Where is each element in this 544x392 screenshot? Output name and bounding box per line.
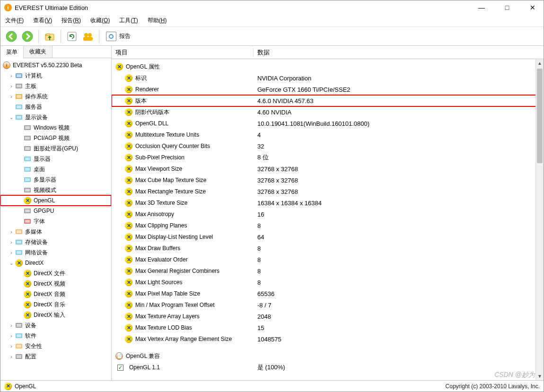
scroll-thumb[interactable] — [537, 69, 543, 163]
property-row[interactable]: ✕Max General Register Combiners8 — [112, 265, 544, 277]
tab-favorites[interactable]: 收藏夹 — [24, 46, 53, 58]
property-row[interactable]: ✕Max 3D Texture Size16384 x 16384 x 1638… — [112, 197, 544, 209]
expander-icon[interactable]: › — [8, 73, 15, 78]
property-row[interactable]: ✕Max Display-List Nesting Level64 — [112, 231, 544, 243]
tree-node[interactable]: ›存储设备 — [0, 237, 111, 247]
property-row[interactable]: ✕OpenGL DLL10.0.19041.1081(WinBuild.1601… — [112, 118, 544, 129]
tab-menu[interactable]: 菜单 — [0, 46, 24, 58]
property-value: GeForce GTX 1660 Ti/PCIe/SSE2 — [254, 86, 544, 93]
tree-node[interactable]: ⌄显示设备 — [0, 112, 111, 122]
scroll-up-arrow[interactable]: ▲ — [536, 59, 544, 67]
tree-node[interactable]: ›操作系统 — [0, 91, 111, 102]
refresh-button[interactable] — [65, 29, 79, 44]
menu-item[interactable]: 报告(R) — [60, 16, 83, 26]
tree-node[interactable]: ›配置 — [0, 351, 111, 362]
property-row[interactable]: ✕Max Viewport Size32768 x 32768 — [112, 163, 544, 174]
tree-node[interactable]: 桌面 — [0, 164, 111, 174]
property-row[interactable]: ✕Max Cube Map Texture Size32768 x 32768 — [112, 174, 544, 186]
tree-label: DirectX — [25, 260, 44, 266]
expander-icon[interactable]: › — [8, 323, 15, 328]
vertical-scrollbar[interactable]: ▲ ▼ — [535, 59, 544, 380]
property-row[interactable]: ✕Min / Max Program Texel Offset-8 / 7 — [112, 299, 544, 311]
tree-node[interactable]: ✕DirectX 输入 — [0, 310, 111, 320]
tree-node[interactable]: ›多媒体 — [0, 226, 111, 237]
tree-node[interactable]: 显示器 — [0, 154, 111, 164]
back-button[interactable] — [4, 29, 18, 44]
tree-node[interactable]: 多显示器 — [0, 174, 111, 185]
tree-node[interactable]: 图形处理器(GPU) — [0, 143, 111, 154]
close-button[interactable]: ✕ — [526, 0, 540, 15]
compat-row[interactable]: ✓OpenGL 1.1是 (100%) — [112, 362, 544, 373]
tree-node[interactable]: ›网络设备 — [0, 247, 111, 258]
header-col-item[interactable]: 项目 — [112, 48, 254, 57]
section-label: OpenGL 属性 — [126, 63, 160, 71]
property-row[interactable]: ✕Max Evaluator Order8 — [112, 254, 544, 265]
property-row[interactable]: ✕Max Rectangle Texture Size32768 x 32768 — [112, 186, 544, 197]
expander-icon[interactable]: › — [8, 333, 15, 339]
expander-icon[interactable]: › — [8, 229, 15, 235]
report-button[interactable]: 报告 — [103, 29, 133, 44]
maximize-button[interactable]: □ — [500, 0, 514, 15]
tree-node[interactable]: ›设备 — [0, 320, 111, 331]
property-row[interactable]: ✕Max Light Sources8 — [112, 277, 544, 288]
expander-icon[interactable]: ⌄ — [8, 261, 15, 266]
status-bar: ✕ OpenGL Copyright (c) 2003-2010 Lavalys… — [0, 380, 544, 392]
server-icon — [15, 103, 23, 111]
tree-node[interactable]: ✕OpenGL — [0, 195, 111, 206]
property-row[interactable]: ✕RendererGeForce GTX 1660 Ti/PCIe/SSE2 — [112, 84, 544, 95]
expander-icon[interactable]: › — [8, 344, 15, 349]
expander-icon[interactable]: › — [8, 84, 15, 89]
property-row[interactable]: ✕版本4.6.0 NVIDIA 457.63 — [112, 95, 544, 106]
minimize-button[interactable]: — — [474, 0, 489, 15]
tree-node[interactable]: GPGPU — [0, 206, 111, 216]
property-row[interactable]: ✕标识NVIDIA Corporation — [112, 72, 544, 84]
menu-item[interactable]: 帮助(H) — [146, 16, 169, 26]
property-row[interactable]: ✕Max Vertex Array Range Element Size1048… — [112, 333, 544, 345]
tree-node[interactable]: ✕DirectX 音频 — [0, 289, 111, 299]
property-row[interactable]: ✕阴影代码版本4.60 NVIDIA — [112, 106, 544, 118]
menu-item[interactable]: 收藏(O) — [88, 16, 112, 26]
expander-icon[interactable]: › — [8, 240, 15, 245]
property-row[interactable]: ✕Occlusion Query Counter Bits32 — [112, 140, 544, 152]
property-row[interactable]: ✕Sub-Pixel Precision8 位 — [112, 152, 544, 163]
property-row[interactable]: ✕Max Clipping Planes8 — [112, 220, 544, 231]
users-button[interactable] — [81, 29, 95, 44]
tree-node[interactable]: ›安全性 — [0, 341, 111, 351]
header-col-data[interactable]: 数据 — [254, 48, 544, 57]
tree-node[interactable]: ✕DirectX 音乐 — [0, 299, 111, 310]
tree-node[interactable]: ›主板 — [0, 81, 111, 91]
property-value: 4 — [254, 131, 544, 139]
list-body[interactable]: ✕OpenGL 属性✕标识NVIDIA Corporation✕Renderer… — [112, 59, 544, 380]
check-icon: ✓ — [117, 365, 123, 371]
menu-item[interactable]: 查看(V) — [31, 16, 54, 26]
property-row[interactable]: ✕Max Texture Array Layers2048 — [112, 311, 544, 322]
tree-node[interactable]: ✕DirectX 视频 — [0, 279, 111, 289]
property-row[interactable]: ✕Multitexture Texture Units4 — [112, 129, 544, 140]
up-button[interactable] — [43, 29, 57, 44]
tree-node[interactable]: 字体 — [0, 216, 111, 226]
svg-rect-42 — [17, 324, 21, 327]
property-row[interactable]: ✕Max Draw Buffers8 — [112, 243, 544, 254]
tree-node[interactable]: 视频模式 — [0, 185, 111, 195]
menu-item[interactable]: 文件(F) — [3, 16, 26, 26]
tree-node[interactable]: Windows 视频 — [0, 122, 111, 133]
property-row[interactable]: ✕Max Pixel Map Table Size65536 — [112, 288, 544, 299]
expander-icon[interactable]: › — [8, 94, 15, 99]
property-row[interactable]: ✕Max Texture LOD Bias15 — [112, 322, 544, 333]
forward-button[interactable] — [20, 29, 35, 44]
expander-icon[interactable]: › — [8, 250, 15, 255]
menu-item[interactable]: 工具(T) — [117, 16, 140, 26]
tree-node[interactable]: ✕DirectX 文件 — [0, 268, 111, 279]
expander-icon[interactable]: › — [8, 354, 15, 359]
property-row[interactable]: ✕Max Anisotropy16 — [112, 209, 544, 220]
tree-node[interactable]: 服务器 — [0, 102, 111, 112]
tree-root[interactable]: iEVEREST v5.50.2230 Beta — [0, 60, 111, 70]
tree-node[interactable]: ›软件 — [0, 331, 111, 341]
expander-icon[interactable]: ⌄ — [8, 115, 15, 120]
tree-node[interactable]: PCI/AGP 视频 — [0, 133, 111, 143]
scroll-down-arrow[interactable]: ▼ — [536, 372, 544, 380]
svg-rect-16 — [17, 116, 21, 119]
tree-node[interactable]: ›计算机 — [0, 70, 111, 81]
tree-view[interactable]: iEVEREST v5.50.2230 Beta›计算机›主板›操作系统服务器⌄… — [0, 58, 111, 380]
tree-node[interactable]: ⌄✕DirectX — [0, 258, 111, 268]
